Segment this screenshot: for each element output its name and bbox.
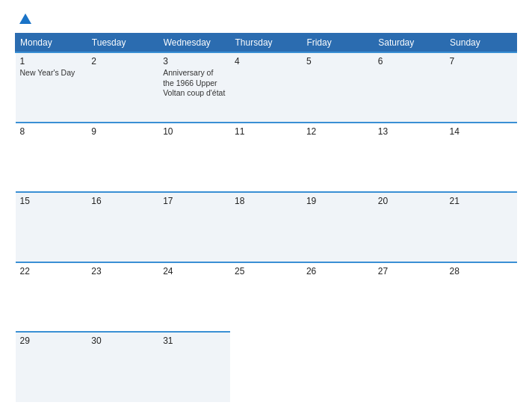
calendar-day-cell: 23 xyxy=(87,262,158,333)
calendar-day-cell: 2 xyxy=(87,52,158,123)
calendar-table: MondayTuesdayWednesdayThursdayFridaySatu… xyxy=(15,33,517,402)
calendar-day-cell: 6 xyxy=(374,52,445,123)
day-number: 4 xyxy=(235,56,297,67)
calendar-day-cell: 28 xyxy=(445,262,517,333)
day-number: 22 xyxy=(20,266,83,276)
calendar-day-cell: 18 xyxy=(230,192,302,262)
weekday-header-thursday: Thursday xyxy=(230,34,302,53)
calendar-day-cell: 5 xyxy=(302,52,374,123)
calendar-day-cell: 29 xyxy=(16,332,87,402)
calendar-day-cell xyxy=(302,332,374,402)
day-number: 5 xyxy=(306,56,369,67)
day-number: 2 xyxy=(91,56,154,67)
day-number: 16 xyxy=(91,196,154,206)
calendar-day-cell: 20 xyxy=(374,192,445,262)
calendar-day-cell: 13 xyxy=(374,123,445,193)
calendar-page: MondayTuesdayWednesdayThursdayFridaySatu… xyxy=(0,0,532,411)
event-label: Anniversary of the 1966 Upper Voltan cou… xyxy=(163,68,225,97)
calendar-day-cell xyxy=(374,332,445,402)
calendar-day-cell: 14 xyxy=(445,123,517,193)
weekday-header-sunday: Sunday xyxy=(445,34,517,53)
weekday-header-monday: Monday xyxy=(16,34,87,53)
calendar-day-cell: 27 xyxy=(374,262,445,333)
calendar-day-cell: 4 xyxy=(230,52,302,123)
calendar-day-cell xyxy=(445,332,517,402)
weekday-header-tuesday: Tuesday xyxy=(87,34,158,53)
calendar-week-row: 293031 xyxy=(16,332,517,402)
logo-triangle-icon xyxy=(19,13,31,24)
calendar-day-cell: 25 xyxy=(230,262,302,333)
day-number: 9 xyxy=(91,126,154,137)
day-number: 20 xyxy=(378,196,441,206)
event-label: New Year's Day xyxy=(20,68,75,77)
day-number: 24 xyxy=(163,266,226,276)
weekday-header-row: MondayTuesdayWednesdayThursdayFridaySatu… xyxy=(16,34,517,53)
calendar-day-cell: 7 xyxy=(445,52,517,123)
day-number: 17 xyxy=(163,196,226,206)
day-number: 28 xyxy=(450,266,513,276)
day-number: 11 xyxy=(235,126,297,137)
day-number: 14 xyxy=(450,126,513,137)
calendar-day-cell: 11 xyxy=(230,123,302,193)
day-number: 25 xyxy=(235,266,297,276)
calendar-day-cell: 31 xyxy=(158,332,230,402)
calendar-day-cell: 19 xyxy=(302,192,374,262)
day-number: 23 xyxy=(91,266,154,276)
day-number: 3 xyxy=(163,56,226,67)
calendar-day-cell: 12 xyxy=(302,123,374,193)
day-number: 18 xyxy=(235,196,297,206)
day-number: 31 xyxy=(163,336,226,346)
calendar-week-row: 1New Year's Day23Anniversary of the 1966… xyxy=(16,52,517,123)
day-number: 27 xyxy=(378,266,441,276)
weekday-header-wednesday: Wednesday xyxy=(158,34,230,53)
day-number: 8 xyxy=(20,126,83,137)
calendar-week-row: 22232425262728 xyxy=(16,262,517,333)
day-number: 6 xyxy=(378,56,441,67)
day-number: 7 xyxy=(450,56,513,67)
calendar-day-cell: 22 xyxy=(16,262,87,333)
logo xyxy=(15,13,31,25)
calendar-day-cell: 8 xyxy=(16,123,87,193)
weekday-header-saturday: Saturday xyxy=(374,34,445,53)
calendar-day-cell: 30 xyxy=(87,332,158,402)
calendar-day-cell xyxy=(230,332,302,402)
calendar-day-cell: 9 xyxy=(87,123,158,193)
calendar-week-row: 15161718192021 xyxy=(16,192,517,262)
day-number: 12 xyxy=(306,126,369,137)
day-number: 21 xyxy=(450,196,513,206)
calendar-day-cell: 10 xyxy=(158,123,230,193)
day-number: 30 xyxy=(91,336,154,346)
day-number: 10 xyxy=(163,126,226,137)
calendar-header xyxy=(15,13,517,25)
calendar-day-cell: 24 xyxy=(158,262,230,333)
calendar-day-cell: 1New Year's Day xyxy=(16,52,87,123)
calendar-day-cell: 15 xyxy=(16,192,87,262)
calendar-day-cell: 26 xyxy=(302,262,374,333)
day-number: 29 xyxy=(20,336,83,346)
calendar-day-cell: 17 xyxy=(158,192,230,262)
weekday-header-friday: Friday xyxy=(302,34,374,53)
day-number: 26 xyxy=(306,266,369,276)
calendar-day-cell: 3Anniversary of the 1966 Upper Voltan co… xyxy=(158,52,230,123)
day-number: 15 xyxy=(20,196,83,206)
calendar-week-row: 891011121314 xyxy=(16,123,517,193)
calendar-day-cell: 21 xyxy=(445,192,517,262)
day-number: 13 xyxy=(378,126,441,137)
calendar-day-cell: 16 xyxy=(87,192,158,262)
day-number: 1 xyxy=(20,56,83,67)
day-number: 19 xyxy=(306,196,369,206)
